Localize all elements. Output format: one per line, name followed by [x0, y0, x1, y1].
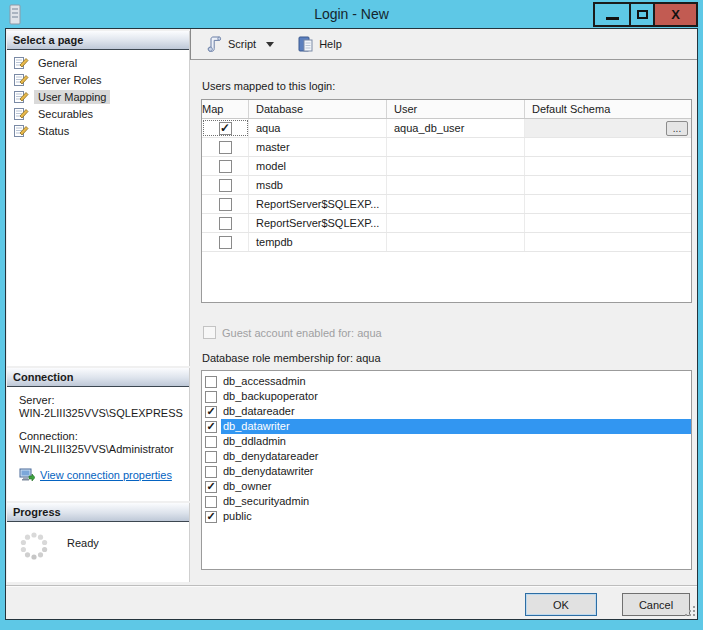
role-label: db_ddladmin — [221, 434, 691, 449]
close-button[interactable]: X — [653, 2, 698, 27]
user-cell[interactable] — [387, 176, 525, 194]
table-row-master[interactable]: master — [202, 138, 691, 157]
role-checkbox[interactable] — [205, 466, 217, 478]
database-cell[interactable]: ReportServer$SQLEXP... — [249, 214, 387, 232]
column-header-user[interactable]: User — [387, 100, 525, 118]
role-item-public[interactable]: public — [202, 509, 691, 524]
database-cell[interactable]: model — [249, 157, 387, 175]
table-row-model[interactable]: model — [202, 157, 691, 176]
role-checkbox[interactable] — [205, 511, 217, 523]
role-item-db-datawriter[interactable]: db_datawriter — [202, 419, 691, 434]
table-row-reportserver1[interactable]: ReportServer$SQLEXP... — [202, 195, 691, 214]
default-schema-cell[interactable] — [525, 157, 691, 175]
table-row-reportserver2[interactable]: ReportServer$SQLEXP... — [202, 214, 691, 233]
role-item-db-owner[interactable]: db_owner — [202, 479, 691, 494]
minimize-button[interactable] — [593, 2, 631, 27]
role-checkbox[interactable] — [205, 481, 217, 493]
database-cell[interactable]: ReportServer$SQLEXP... — [249, 195, 387, 213]
map-checkbox[interactable] — [219, 179, 232, 192]
table-row-tempdb[interactable]: tempdb — [202, 233, 691, 252]
database-cell[interactable]: master — [249, 138, 387, 156]
map-checkbox[interactable] — [219, 160, 232, 173]
role-item-db-ddladmin[interactable]: db_ddladmin — [202, 434, 691, 449]
role-item-db-securityadmin[interactable]: db_securityadmin — [202, 494, 691, 509]
browse-default-schema-button[interactable]: ... — [666, 121, 688, 136]
table-row-msdb[interactable]: msdb — [202, 176, 691, 195]
maximize-button[interactable] — [629, 2, 655, 27]
user-cell[interactable] — [387, 157, 525, 175]
map-checkbox[interactable] — [219, 122, 232, 135]
help-button[interactable]: Help — [293, 33, 347, 56]
select-page-panel: Select a page General Server Roles User … — [7, 31, 190, 366]
sidebar-item-label: Server Roles — [34, 73, 106, 87]
user-cell[interactable] — [387, 233, 525, 251]
connection-label: Connection: — [19, 430, 189, 443]
database-cell[interactable]: tempdb — [249, 233, 387, 251]
role-item-db-accessadmin[interactable]: db_accessadmin — [202, 374, 691, 389]
script-button[interactable]: Script — [201, 33, 279, 56]
role-checkbox[interactable] — [205, 421, 217, 433]
cancel-button[interactable]: Cancel — [622, 593, 690, 616]
map-checkbox[interactable] — [219, 217, 232, 230]
user-cell[interactable] — [387, 138, 525, 156]
default-schema-cell[interactable]: ... — [525, 119, 691, 137]
connection-value: WIN-2LIII325VVS\Administrator — [19, 443, 189, 456]
table-row-aqua[interactable]: aqua aqua_db_user ... — [202, 119, 691, 138]
column-header-map[interactable]: Map — [202, 100, 249, 118]
page-icon — [14, 90, 29, 103]
default-schema-cell[interactable] — [525, 214, 691, 232]
role-item-db-denydatawriter[interactable]: db_denydatawriter — [202, 464, 691, 479]
users-mapped-label: Users mapped to this login: — [202, 80, 335, 92]
map-checkbox[interactable] — [219, 141, 232, 154]
user-mapping-table: Map Database User Default Schema aqua aq… — [201, 99, 692, 303]
sidebar-item-status[interactable]: Status — [7, 122, 189, 139]
role-label: db_backupoperator — [221, 389, 691, 404]
script-label: Script — [228, 38, 256, 50]
role-checkbox[interactable] — [205, 406, 217, 418]
column-header-default-schema[interactable]: Default Schema — [525, 100, 691, 118]
role-item-db-backupoperator[interactable]: db_backupoperator — [202, 389, 691, 404]
role-label: db_owner — [221, 479, 691, 494]
footer-divider — [6, 585, 697, 587]
default-schema-cell[interactable] — [525, 195, 691, 213]
page-icon — [14, 56, 29, 69]
sidebar-item-server-roles[interactable]: Server Roles — [7, 71, 189, 88]
role-checkbox[interactable] — [205, 391, 217, 403]
sidebar-item-user-mapping[interactable]: User Mapping — [7, 88, 189, 105]
progress-spinner-icon — [19, 531, 49, 561]
select-page-header: Select a page — [7, 31, 189, 50]
role-checkbox[interactable] — [205, 376, 217, 388]
view-connection-properties-link[interactable]: View connection properties — [40, 469, 172, 482]
role-label: db_denydatawriter — [221, 464, 691, 479]
user-cell[interactable] — [387, 214, 525, 232]
default-schema-cell[interactable] — [525, 233, 691, 251]
database-cell[interactable]: aqua — [249, 119, 387, 137]
role-checkbox[interactable] — [205, 496, 217, 508]
progress-status: Ready — [67, 537, 99, 549]
role-item-db-denydatareader[interactable]: db_denydatareader — [202, 449, 691, 464]
guest-account-checkbox — [203, 326, 216, 339]
role-item-db-datareader[interactable]: db_datareader — [202, 404, 691, 419]
close-icon: X — [671, 7, 680, 22]
sidebar-item-label: User Mapping — [34, 90, 110, 104]
role-label: db_accessadmin — [221, 374, 691, 389]
map-checkbox[interactable] — [219, 236, 232, 249]
role-checkbox[interactable] — [205, 436, 217, 448]
titlebar[interactable]: Login - New X — [0, 0, 703, 28]
default-schema-cell[interactable] — [525, 138, 691, 156]
page-icon — [14, 73, 29, 86]
role-checkbox[interactable] — [205, 451, 217, 463]
database-cell[interactable]: msdb — [249, 176, 387, 194]
map-checkbox[interactable] — [219, 198, 232, 211]
sidebar-item-general[interactable]: General — [7, 54, 189, 71]
default-schema-cell[interactable] — [525, 176, 691, 194]
resize-grip[interactable] — [683, 604, 695, 616]
connection-properties-icon — [19, 468, 35, 482]
ok-button[interactable]: OK — [525, 593, 597, 616]
user-cell[interactable] — [387, 195, 525, 213]
progress-header: Progress — [7, 503, 189, 522]
column-header-database[interactable]: Database — [249, 100, 387, 118]
role-membership-label: Database role membership for: aqua — [202, 352, 381, 364]
sidebar-item-securables[interactable]: Securables — [7, 105, 189, 122]
user-cell[interactable]: aqua_db_user — [387, 119, 525, 137]
